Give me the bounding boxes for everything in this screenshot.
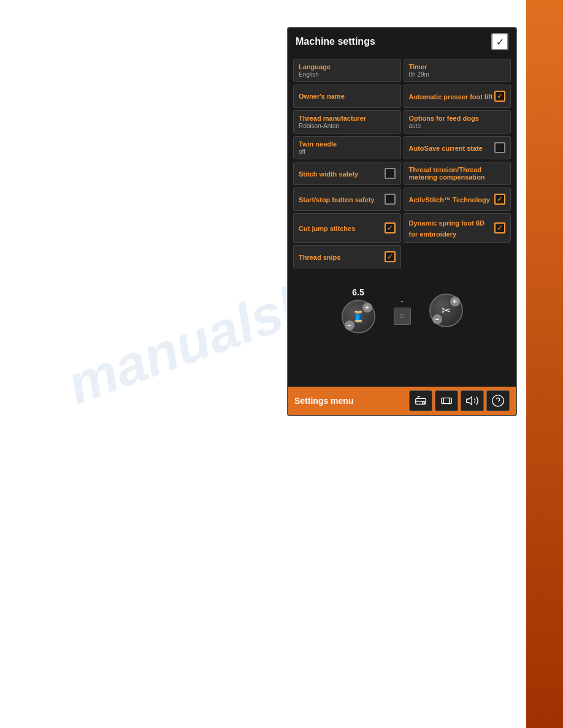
orange-sidebar	[526, 0, 563, 728]
settings-menu-label: Settings menu	[294, 396, 409, 406]
stitch-width-setting[interactable]: Stitch width safety	[293, 162, 401, 185]
owners-name-label: Owner's name	[299, 93, 396, 100]
language-label: Language	[299, 63, 396, 70]
thread-snips-text: Thread snips	[299, 251, 385, 262]
dialog-header: Machine settings ✓	[288, 28, 516, 55]
automatic-presser-foot-text: Automatic presser foot lift	[409, 91, 495, 102]
cut-jump-label: Cut jump stitches	[299, 225, 355, 232]
activstitch-setting[interactable]: ActivStitch™ Technology	[404, 188, 511, 211]
toolbar-buttons	[409, 390, 510, 411]
language-setting[interactable]: Language English	[293, 59, 401, 82]
autosave-setting[interactable]: AutoSave current state	[404, 136, 511, 159]
twin-needle-label: Twin needle	[299, 140, 396, 148]
knob3-icon: ✂	[442, 304, 451, 317]
knob1[interactable]: + 🧵 −	[342, 300, 375, 333]
options-feed-dogs-setting[interactable]: Options for feed dogs auto	[404, 110, 511, 134]
autosave-text: AutoSave current state	[409, 142, 495, 153]
dynamic-spring-setting[interactable]: Dynamic spring foot 6D for embroidery	[404, 213, 511, 243]
timer-value: 0h 29m	[409, 71, 506, 78]
thread-snips-setting[interactable]: Thread snips	[293, 245, 401, 268]
knob2-group: - □	[394, 297, 411, 325]
activstitch-checkbox[interactable]	[494, 194, 505, 205]
autosave-label: AutoSave current state	[409, 145, 483, 152]
cut-jump-setting[interactable]: Cut jump stitches	[293, 213, 401, 243]
svg-point-7	[492, 395, 504, 406]
knob1-minus[interactable]: −	[345, 320, 354, 330]
thread-tension-label: Thread tension/Thread metering compensat…	[409, 166, 506, 181]
language-value: English	[299, 71, 396, 78]
thread-manufacturer-label: Thread manufacturer	[299, 115, 396, 122]
thread-snips-label: Thread snips	[299, 254, 340, 261]
options-feed-dogs-label: Options for feed dogs	[409, 115, 506, 122]
knob1-plus[interactable]: +	[362, 303, 372, 313]
stitch-width-checkbox[interactable]	[385, 168, 396, 179]
dialog-title: Machine settings	[296, 36, 375, 47]
dynamic-spring-label: Dynamic spring foot 6D for embroidery	[409, 219, 484, 238]
owners-name-setting[interactable]: Owner's name	[293, 85, 401, 108]
dynamic-spring-checkbox[interactable]	[494, 222, 505, 233]
svg-rect-3	[442, 398, 452, 403]
start-stop-setting[interactable]: Start/stop button safety	[293, 188, 401, 211]
start-stop-label: Start/stop button safety	[299, 196, 374, 203]
knob3-group: + ✂ −	[429, 294, 463, 327]
svg-point-1	[423, 402, 425, 404]
knob1-group: 6.5 + 🧵 −	[342, 287, 375, 333]
automatic-presser-foot-setting[interactable]: Automatic presser foot lift	[404, 85, 511, 108]
automatic-presser-foot-label: Automatic presser foot lift	[409, 93, 493, 100]
thread-manufacturer-value: Robison-Anton	[299, 123, 396, 129]
thread-snips-checkbox[interactable]	[385, 251, 396, 262]
knob3-plus[interactable]: +	[450, 297, 460, 306]
dialog-close-button[interactable]: ✓	[491, 33, 508, 50]
timer-label: Timer	[409, 63, 506, 70]
knob1-value: 6.5	[352, 287, 364, 297]
knob3-minus[interactable]: −	[432, 314, 442, 324]
dynamic-spring-text: Dynamic spring foot 6D for embroidery	[409, 217, 495, 239]
knob2-value: -	[401, 297, 404, 305]
bottom-bar: Settings menu	[288, 387, 516, 415]
activstitch-label: ActivStitch™ Technology	[409, 196, 490, 203]
automatic-presser-foot-checkbox[interactable]	[494, 91, 505, 102]
options-feed-dogs-value: auto	[409, 123, 506, 129]
cut-jump-checkbox[interactable]	[385, 222, 396, 233]
start-stop-text: Start/stop button safety	[299, 194, 385, 205]
start-stop-checkbox[interactable]	[385, 194, 396, 205]
embroidery-button[interactable]	[435, 390, 458, 411]
stitch-width-label: Stitch width safety	[299, 170, 358, 178]
knob1-icon: 🧵	[351, 310, 365, 324]
twin-needle-value: off	[299, 148, 396, 155]
thread-tension-setting[interactable]: Thread tension/Thread metering compensat…	[404, 162, 511, 185]
sewing-machine-button[interactable]	[409, 390, 432, 411]
thread-manufacturer-setting[interactable]: Thread manufacturer Robison-Anton	[293, 110, 401, 134]
activstitch-text: ActivStitch™ Technology	[409, 194, 495, 205]
knob3[interactable]: + ✂ −	[429, 294, 463, 327]
control-area: 6.5 + 🧵 − - □ + ✂ −	[288, 275, 516, 346]
cut-jump-text: Cut jump stitches	[299, 222, 385, 233]
timer-setting[interactable]: Timer 0h 29m	[404, 59, 511, 82]
stitch-width-text: Stitch width safety	[299, 168, 385, 179]
sound-button[interactable]	[461, 390, 484, 411]
settings-grid: Language English Timer 0h 29m Owner's na…	[288, 55, 516, 272]
machine-settings-dialog: Machine settings ✓ Language English Time…	[287, 27, 517, 416]
autosave-checkbox[interactable]	[494, 142, 505, 153]
knob2-rect[interactable]: □	[394, 308, 411, 325]
svg-marker-6	[467, 397, 472, 405]
help-button[interactable]	[486, 390, 510, 411]
twin-needle-setting[interactable]: Twin needle off	[293, 136, 401, 159]
